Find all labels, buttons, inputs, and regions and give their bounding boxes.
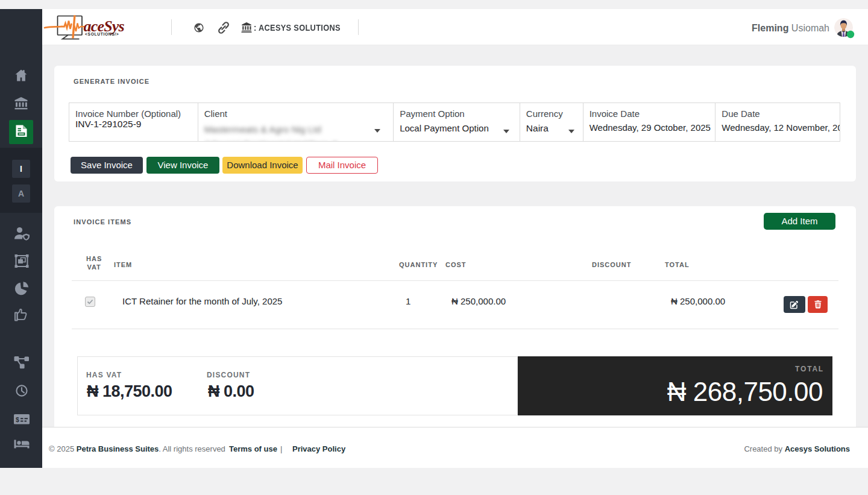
svg-text:<SOLUTIONS/>: <SOLUTIONS/> [85,32,119,36]
svg-text:$: $ [16,416,19,423]
